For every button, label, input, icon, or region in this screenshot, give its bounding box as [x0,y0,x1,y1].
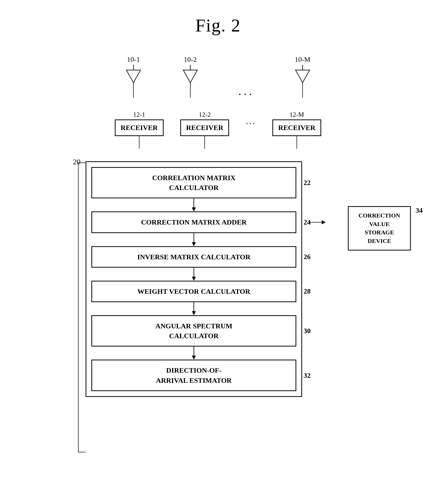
arrow-1 [91,198,296,211]
receivers-row: 12-1 RECEIVER 12-2 RECEIVER ··· 12-M REC… [110,111,326,149]
label-22: 22 [304,178,311,188]
antenna-label-1: 10-1 [127,55,140,64]
antenna-icon-1 [125,65,142,84]
receiver-box-1: RECEIVER [115,119,164,136]
receiver-wire-1 [139,136,139,149]
label-32: 32 [304,370,311,380]
label-28: 28 [304,287,311,296]
page-title: Fig. 2 [0,0,436,36]
receiver-wire-m [297,136,297,149]
antenna-group-m: 10-M [294,55,311,98]
label-20: 20 [73,158,81,166]
svg-marker-13 [192,242,196,246]
antenna-icon-2 [182,65,199,84]
block-22: CORRELATION MATRIXCALCULATOR 22 [91,167,296,198]
arrow-3 [91,268,296,281]
svg-marker-15 [192,277,196,281]
svg-marker-4 [183,70,197,83]
antennas-row: 10-1 10-2 ... 10-M [110,55,326,98]
horiz-arrow-in [309,220,326,224]
antenna-dots: ... [238,62,254,98]
label-30: 30 [304,326,311,336]
antenna-group-2: 10-2 [182,55,199,98]
antenna-wire-1 [133,84,134,98]
block-24: CORRECTION MATRIX ADDER 24 [91,211,296,233]
receiver-group-2: 12-2 RECEIVER [180,111,229,149]
svg-marker-10 [192,207,196,211]
receiver-box-m: RECEIVER [272,119,321,136]
block-26: INVERSE MATRIX CALCULATOR 26 [91,246,296,268]
receiver-box-2: RECEIVER [180,119,229,136]
bracket-20-vert [78,163,79,452]
receiver-group-m: 12-M RECEIVER [272,111,321,149]
svg-marker-19 [192,356,196,360]
block-32: DIRECTION-OF-ARRIVAL ESTIMATOR 32 [91,360,296,391]
svg-marker-1 [126,70,140,83]
svg-marker-17 [192,311,196,315]
svg-marker-7 [296,70,310,83]
antenna-label-m: 10-M [295,55,310,64]
bracket-20-bottom [78,452,86,452]
block-30: ANGULAR SPECTRUMCALCULATOR 30 [91,315,296,346]
label-26: 26 [304,252,311,262]
receiver-wire-2 [204,136,205,149]
blocks-wrapper: CORRELATION MATRIXCALCULATOR 22 CORRECTI… [91,167,296,391]
diagram-container: 10-1 10-2 ... 10-M [0,50,436,494]
correction-storage-box: CORRECTION VALUESTORAGE DEVICE 34 [348,206,411,250]
receiver-dots: ··· [246,111,256,129]
bracket-20-horiz [78,163,86,163]
arrow-4 [91,302,296,315]
antenna-icon-m [294,65,311,84]
svg-marker-11 [322,220,326,224]
antenna-group-1: 10-1 [125,55,142,98]
arrow-5 [91,346,296,360]
block-28: WEIGHT VECTOR CALCULATOR 28 [91,281,296,302]
receiver-label-2: 12-2 [199,111,211,118]
arrow-2 [91,233,296,246]
antenna-wire-m [302,84,303,98]
receiver-label-1: 12-1 [133,111,145,118]
label-34: 34 [416,205,423,215]
receiver-group-1: 12-1 RECEIVER [115,111,164,149]
antenna-label-2: 10-2 [184,55,197,64]
receiver-label-m: 12-M [289,111,304,118]
antenna-wire-2 [190,84,191,98]
main-outer-block: CORRELATION MATRIXCALCULATOR 22 CORRECTI… [86,161,302,397]
